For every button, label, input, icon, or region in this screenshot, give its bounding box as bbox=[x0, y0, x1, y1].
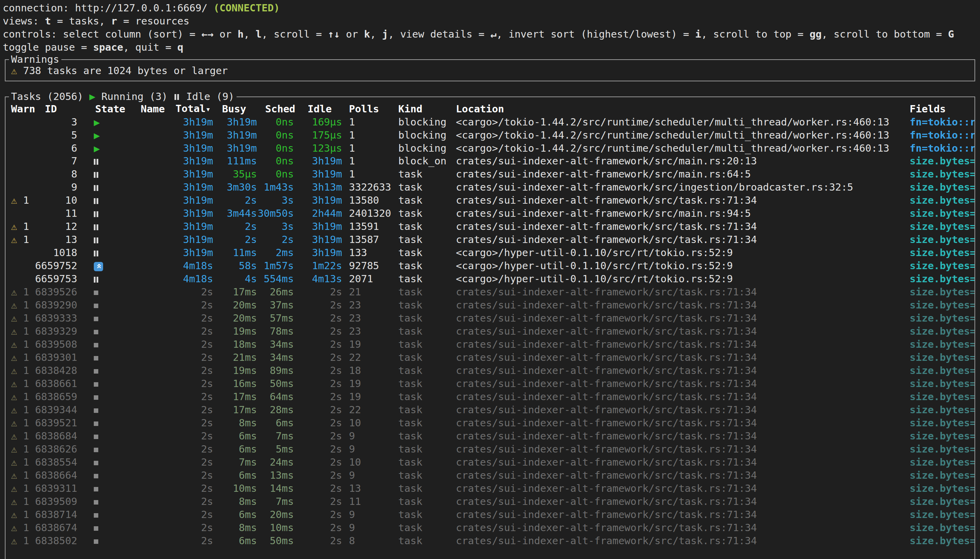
task-row[interactable]: ⚠ 1 6839311 2s 10ms 14ms 2s 13 task crat… bbox=[5, 482, 975, 495]
text-segment: ⚠ bbox=[11, 286, 17, 298]
task-fields: fn=tokio::r bbox=[910, 129, 975, 142]
task-row[interactable]: 6659752 4m18s 58s 1m57s 1m22s 92785 task… bbox=[5, 259, 975, 272]
task-state-icon bbox=[94, 237, 98, 243]
task-row[interactable]: ⚠ 1 6839509 2s 8ms 7ms 2s 11 task crates… bbox=[5, 495, 975, 508]
task-row[interactable]: ⚠ 1 6838428 2s 19ms 89ms 2s 18 task crat… bbox=[5, 364, 975, 377]
column-header-name[interactable]: Name bbox=[141, 103, 175, 116]
task-sched: 34ms bbox=[257, 338, 294, 351]
task-row[interactable]: 11 3h19m 3m44s 30m50s 2h44m 2401320 task… bbox=[5, 207, 975, 220]
task-row[interactable]: ⚠ 1 6839508 2s 18ms 34ms 2s 19 task crat… bbox=[5, 338, 975, 351]
text-segment: gg bbox=[809, 28, 822, 40]
task-row[interactable]: ⚠ 1 13 3h19m 2s 2s 3h19m 13587 task crat… bbox=[5, 233, 975, 246]
column-header-idle[interactable]: Idle bbox=[294, 103, 342, 116]
column-header-fields[interactable]: Fields bbox=[910, 103, 975, 116]
text-segment: 1 bbox=[17, 483, 29, 494]
text-segment: views: bbox=[3, 15, 45, 27]
task-state bbox=[77, 429, 141, 443]
task-row[interactable]: ⚠ 1 6838661 2s 16ms 50ms 2s 19 task crat… bbox=[5, 377, 975, 390]
task-total: 2s bbox=[175, 364, 213, 377]
task-row[interactable]: ⚠ 1 6839526 2s 17ms 26ms 2s 21 task crat… bbox=[5, 285, 975, 298]
task-row[interactable]: ⚠ 1 6839301 2s 21ms 34ms 2s 22 task crat… bbox=[5, 351, 975, 364]
task-location: crates/sui-indexer-alt-framework/src/tas… bbox=[456, 482, 910, 495]
task-polls: 9 bbox=[342, 429, 398, 443]
task-row[interactable]: ⚠ 1 12 3h19m 2s 3s 3h19m 13591 task crat… bbox=[5, 220, 975, 233]
task-location: crates/sui-indexer-alt-framework/src/tas… bbox=[456, 416, 910, 429]
task-row[interactable]: ⚠ 1 6839344 2s 17ms 28ms 2s 22 task crat… bbox=[5, 403, 975, 416]
task-row[interactable]: 9 3h19m 3m30s 1m43s 3h13m 3322633 task c… bbox=[5, 180, 975, 194]
task-row[interactable]: ⚠ 1 6838502 2s 6ms 50ms 2s 8 task crates… bbox=[5, 534, 975, 547]
column-header-location[interactable]: Location bbox=[456, 103, 910, 116]
task-location: crates/sui-indexer-alt-framework/src/ing… bbox=[456, 180, 910, 194]
task-sched: 5ms bbox=[257, 443, 294, 456]
column-header-kind[interactable]: Kind bbox=[398, 103, 456, 116]
text-segment: ⚠ bbox=[11, 496, 17, 507]
task-total: 2s bbox=[175, 456, 213, 469]
task-row[interactable]: ⚠ 1 6838554 2s 7ms 24ms 2s 10 task crate… bbox=[5, 456, 975, 469]
text-segment: 1 bbox=[17, 299, 29, 311]
task-row[interactable]: ⚠ 1 6839333 2s 20ms 57ms 2s 23 task crat… bbox=[5, 311, 975, 325]
task-row[interactable]: ⚠ 1 6838714 2s 6ms 20ms 2s 9 task crates… bbox=[5, 508, 975, 521]
task-sched: 7ms bbox=[257, 495, 294, 508]
column-header-polls[interactable]: Polls bbox=[342, 103, 398, 116]
task-row[interactable]: ⚠ 1 6838664 2s 6ms 13ms 2s 9 task crates… bbox=[5, 469, 975, 482]
task-row[interactable]: ⚠ 1 6839290 2s 20ms 37ms 2s 23 task crat… bbox=[5, 298, 975, 311]
task-busy: 19ms bbox=[213, 364, 257, 377]
task-row[interactable]: 8 3h19m 35µs 0ns 3h19m 1 task crates/sui… bbox=[5, 167, 975, 180]
task-warn: ⚠ 1 bbox=[8, 194, 32, 207]
task-sched: 20ms bbox=[257, 508, 294, 521]
task-location: crates/sui-indexer-alt-framework/src/tas… bbox=[456, 364, 910, 377]
column-header-state[interactable]: State bbox=[77, 103, 141, 116]
task-fields: size.bytes= bbox=[910, 534, 975, 547]
text-segment: 1 bbox=[17, 470, 29, 481]
task-row[interactable]: ⚠ 1 6839329 2s 19ms 78ms 2s 23 task crat… bbox=[5, 325, 975, 338]
task-row[interactable]: ⚠ 1 6838684 2s 6ms 7ms 2s 9 task crates/… bbox=[5, 429, 975, 443]
text-segment: , bbox=[243, 28, 255, 40]
task-location: <cargo>/hyper-util-0.1.10/src/rt/tokio.r… bbox=[456, 259, 910, 272]
task-total: 3h19m bbox=[175, 129, 213, 142]
task-row[interactable]: 6659753 4m18s 4s 554ms 4m13s 2071 task <… bbox=[5, 272, 975, 285]
task-total: 2s bbox=[175, 311, 213, 325]
task-row[interactable]: ⚠ 1 6838659 2s 17ms 64ms 2s 19 task crat… bbox=[5, 390, 975, 403]
task-state-icon bbox=[94, 142, 100, 155]
task-id: 6838626 bbox=[32, 443, 77, 456]
task-total: 2s bbox=[175, 429, 213, 443]
task-polls: 1 bbox=[342, 154, 398, 167]
task-row[interactable]: ⚠ 1 6839521 2s 8ms 6ms 2s 10 task crates… bbox=[5, 416, 975, 429]
task-location: crates/sui-indexer-alt-framework/src/tas… bbox=[456, 403, 910, 416]
task-kind: task bbox=[398, 220, 456, 233]
task-id: 13 bbox=[32, 233, 77, 246]
task-sched: 0ns bbox=[257, 116, 294, 129]
task-idle: 2s bbox=[294, 351, 342, 364]
task-row[interactable]: 6 3h19m 3h19m 0ns 123µs 1 blocking <carg… bbox=[5, 141, 975, 154]
task-fields: size.bytes= bbox=[910, 429, 975, 443]
task-state bbox=[77, 325, 141, 338]
task-row[interactable]: 3 3h19m 3h19m 0ns 169µs 1 blocking <carg… bbox=[5, 115, 975, 128]
task-total: 3h19m bbox=[175, 167, 213, 180]
column-header-busy[interactable]: Busy bbox=[213, 103, 257, 116]
task-row[interactable]: 1018 3h19m 11ms 2ms 3h19m 133 task <carg… bbox=[5, 246, 975, 259]
task-row[interactable]: 5 3h19m 3h19m 0ns 175µs 1 blocking <carg… bbox=[5, 128, 975, 141]
task-row[interactable]: ⚠ 1 6838674 2s 8ms 10ms 2s 9 task crates… bbox=[5, 521, 975, 534]
text-segment: ⚠ bbox=[11, 378, 17, 389]
task-total: 2s bbox=[175, 325, 213, 338]
task-id: 6838502 bbox=[32, 534, 77, 547]
task-row[interactable]: ⚠ 1 6838626 2s 6ms 5ms 2s 9 task crates/… bbox=[5, 443, 975, 456]
text-segment: , scroll = bbox=[262, 28, 328, 40]
task-kind: task bbox=[398, 429, 456, 443]
text-segment: 1 bbox=[17, 535, 29, 547]
column-header-total[interactable]: Total▾ bbox=[175, 102, 213, 116]
task-warn: ⚠ 1 bbox=[8, 403, 32, 416]
column-header-warn[interactable]: Warn bbox=[8, 103, 32, 116]
task-polls: 23 bbox=[342, 311, 398, 325]
column-header-sched[interactable]: Sched bbox=[257, 103, 294, 116]
task-sched: 89ms bbox=[257, 364, 294, 377]
task-row[interactable]: ⚠ 1 10 3h19m 2s 3s 3h19m 13580 task crat… bbox=[5, 194, 975, 207]
task-busy: 16ms bbox=[213, 377, 257, 390]
task-row[interactable]: 7 3h19m 111ms 0ns 3h19m 1 block_on crate… bbox=[5, 154, 975, 167]
task-id: 6839521 bbox=[32, 416, 77, 429]
task-polls: 19 bbox=[342, 390, 398, 403]
column-header-id[interactable]: ID bbox=[32, 103, 77, 116]
text-segment: 1 bbox=[17, 522, 29, 534]
task-fields: size.bytes= bbox=[910, 233, 975, 246]
text-segment: G bbox=[948, 28, 954, 40]
